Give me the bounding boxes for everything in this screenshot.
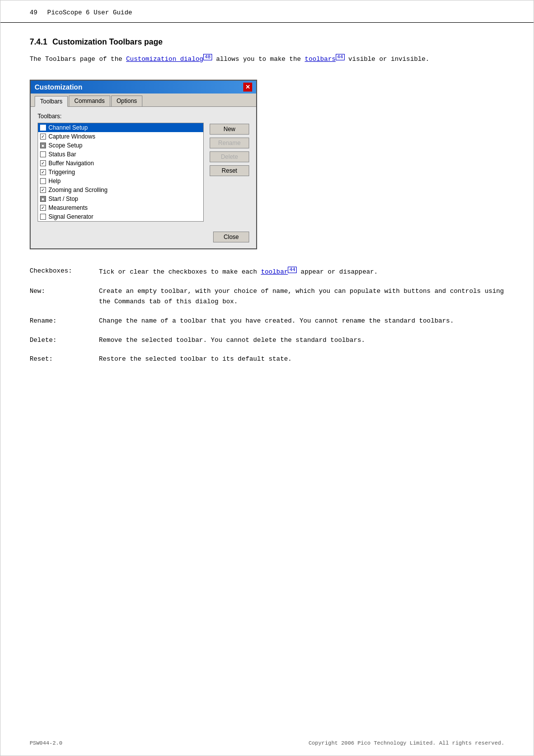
page-footer: PSW044-2.0 Copyright 2006 Pico Technolog… bbox=[30, 740, 504, 746]
tab-toolbars[interactable]: Toolbars bbox=[35, 96, 68, 107]
page-border bbox=[0, 0, 534, 756]
footer-right: Copyright 2006 Pico Technology Limited. … bbox=[309, 740, 504, 746]
footer-left: PSW044-2.0 bbox=[30, 740, 62, 746]
